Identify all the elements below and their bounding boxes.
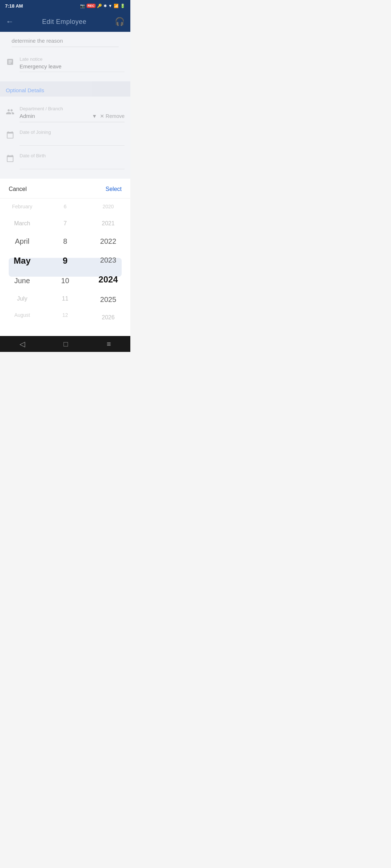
date-joining-label: Date of Joining (20, 129, 125, 135)
date-picker-header: Cancel Select (0, 179, 130, 199)
remove-label: Remove (106, 113, 125, 119)
reason-value: determine the reason (12, 38, 119, 47)
day-item[interactable]: 6 (44, 199, 87, 215)
nav-menu-button[interactable]: ≡ (100, 339, 118, 350)
year-item[interactable]: 2026 (87, 309, 130, 326)
bluetooth-icon: ✱ (104, 4, 107, 8)
remove-button: ✕ Remove (100, 113, 125, 119)
department-value-row: Admin ▼ ✕ Remove (20, 113, 125, 122)
late-notice-field: Late notice Emergency leave (6, 53, 125, 76)
date-joining-content: Date of Joining (20, 129, 125, 146)
optional-section: Department / Branch Admin ▼ ✕ Remove (0, 97, 130, 179)
day-item[interactable]: 11 (44, 290, 87, 307)
remove-x-icon: ✕ (100, 113, 104, 119)
key-icon: 🔑 (97, 4, 102, 8)
day-item[interactable]: 12 (44, 307, 87, 323)
year-item[interactable]: 2024 (87, 269, 130, 290)
month-item[interactable]: July (1, 290, 44, 307)
department-content: Department / Branch Admin ▼ ✕ Remove (20, 106, 125, 122)
late-notice-value: Emergency leave (20, 63, 125, 72)
year-column[interactable]: 202020212022202320242025202620272028 (87, 199, 130, 329)
app-bar: ← Edit Employee 🎧 (0, 12, 130, 32)
day-item[interactable]: 7 (44, 215, 87, 232)
page-title: Edit Employee (42, 18, 87, 26)
signal-icon: ▼ (108, 4, 112, 8)
date-birth-label: Date of Birth (20, 153, 125, 158)
status-icons: 📷 REC 🔑 ✱ ▼ 📶 🔋 (80, 4, 125, 8)
day-item[interactable]: 10 (44, 271, 87, 290)
day-item[interactable]: 9 (44, 251, 87, 271)
optional-details-title: Optional Details (6, 87, 44, 93)
year-item[interactable]: 2025 (87, 290, 130, 309)
month-item[interactable]: April (1, 232, 44, 251)
day-column[interactable]: 6789101112 (44, 199, 87, 329)
year-item[interactable]: 2023 (87, 251, 130, 269)
month-item[interactable]: March (1, 215, 44, 232)
date-birth-field: Date of Birth (6, 149, 125, 173)
month-item[interactable]: August (1, 307, 44, 323)
date-birth-content: Date of Birth (20, 153, 125, 169)
department-value: Admin (20, 113, 89, 119)
nav-bar: ◁ □ ≡ (0, 336, 130, 352)
date-birth-value (20, 160, 125, 169)
form-top-card: determine the reason Late notice Emergen… (0, 32, 130, 81)
month-column[interactable]: FebruaryMarchAprilMayJuneJulyAugust (1, 199, 44, 329)
battery-icon: 🔋 (120, 4, 125, 8)
date-joining-field: Date of Joining (6, 126, 125, 149)
department-icon (6, 107, 14, 118)
reason-field: determine the reason (6, 38, 125, 53)
status-time: 7:18 AM (5, 3, 23, 9)
nav-back-button[interactable]: ◁ (12, 338, 32, 350)
department-field: Department / Branch Admin ▼ ✕ Remove (6, 102, 125, 126)
wifi-icon: 📶 (114, 4, 119, 8)
camera-icon: 📷 (80, 4, 85, 8)
nav-home-button[interactable]: □ (56, 339, 75, 350)
select-button[interactable]: Select (106, 186, 122, 192)
main-content: determine the reason Late notice Emergen… (0, 32, 130, 179)
year-item[interactable]: 2020 (87, 199, 130, 215)
late-notice-label: Late notice (20, 56, 125, 62)
back-button[interactable]: ← (6, 17, 14, 26)
date-joining-value (20, 136, 125, 146)
day-item[interactable]: 8 (44, 232, 87, 251)
status-bar: 7:18 AM 📷 REC 🔑 ✱ ▼ 📶 🔋 (0, 0, 130, 12)
section-header: Optional Details (0, 81, 130, 97)
month-item[interactable]: May (1, 251, 44, 271)
month-item[interactable]: June (1, 271, 44, 290)
year-item[interactable]: 2021 (87, 215, 130, 232)
document-icon (6, 58, 14, 68)
late-notice-content: Late notice Emergency leave (20, 56, 125, 72)
headphone-icon[interactable]: 🎧 (115, 17, 125, 26)
calendar-birth-icon (6, 154, 14, 164)
date-picker: Cancel Select FebruaryMarchAprilMayJuneJ… (0, 179, 130, 336)
month-item[interactable]: February (1, 199, 44, 215)
year-item[interactable]: 2027 (87, 326, 130, 329)
picker-columns: FebruaryMarchAprilMayJuneJulyAugust 6789… (0, 199, 130, 329)
calendar-joining-icon (6, 131, 14, 141)
rec-icon: REC (87, 4, 96, 8)
picker-container: FebruaryMarchAprilMayJuneJulyAugust 6789… (0, 199, 130, 336)
department-label: Department / Branch (20, 106, 125, 111)
cancel-button[interactable]: Cancel (9, 186, 27, 192)
dropdown-arrow-icon: ▼ (92, 113, 97, 119)
year-item[interactable]: 2022 (87, 232, 130, 251)
